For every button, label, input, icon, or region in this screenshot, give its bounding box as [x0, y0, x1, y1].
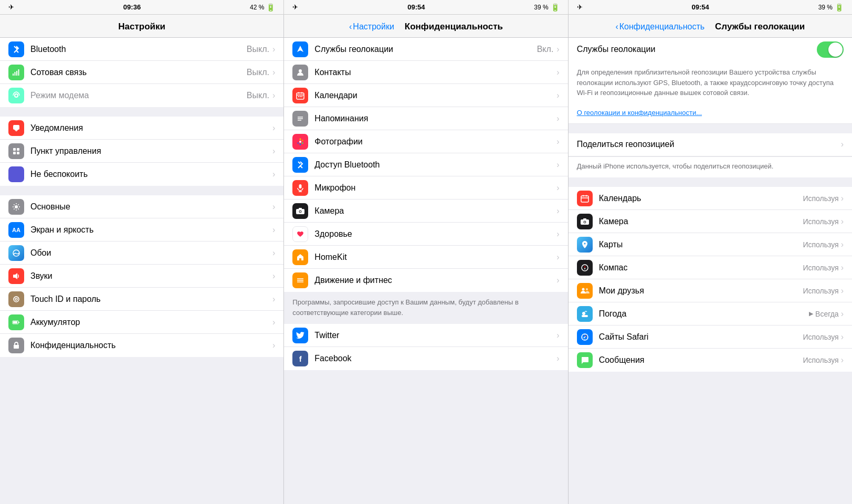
general-arrow: ›	[272, 202, 275, 212]
notifications-icon	[8, 120, 24, 136]
compass-app-arrow: ›	[841, 263, 844, 272]
back-to-settings[interactable]: ‹ Настройки	[349, 22, 394, 32]
weather-app-arrow: ›	[841, 309, 844, 319]
modem-value: Выкл.	[247, 91, 269, 100]
wallpaper-arrow: ›	[272, 248, 275, 258]
battery-icon-3: 🔋	[835, 3, 844, 12]
section-system: Уведомления › Пункт управления ›	[0, 117, 283, 186]
svg-rect-5	[18, 69, 19, 76]
health-label: Здоровье	[314, 229, 556, 239]
row-messages-app[interactable]: Сообщения Используя ›	[569, 349, 852, 372]
row-motion[interactable]: Движение и фитнес ›	[284, 269, 567, 292]
row-donotdisturb[interactable]: Не беспокоить ›	[0, 163, 283, 186]
reminders-arrow: ›	[556, 114, 559, 123]
back-to-privacy[interactable]: ‹ Конфиденциальность	[615, 22, 704, 32]
svg-rect-3	[15, 72, 16, 76]
svg-point-48	[300, 211, 301, 212]
row-friends-app[interactable]: Мои друзья Используя ›	[569, 279, 852, 302]
location-info-link[interactable]: О геолокации и конфиденциальности...	[577, 109, 702, 117]
row-camera[interactable]: Камера ›	[284, 200, 567, 223]
calendar-app-label: Календарь	[599, 194, 803, 203]
row-twitter[interactable]: Twitter ›	[284, 324, 567, 347]
svg-rect-20	[13, 321, 17, 323]
safari-app-icon	[577, 329, 593, 345]
row-reminders[interactable]: Напоминания ›	[284, 107, 567, 130]
battery-1: 42 %	[250, 4, 264, 11]
row-touchid[interactable]: Touch ID и пароль ›	[0, 288, 283, 311]
display-label: Экран и яркость	[30, 225, 272, 235]
panel-location: ‹ Конфиденциальность Службы геолокации С…	[569, 15, 852, 504]
motion-label: Движение и фитнес	[314, 276, 556, 285]
row-general[interactable]: Основные ›	[0, 195, 283, 218]
row-microphone[interactable]: Микрофон ›	[284, 176, 567, 200]
svg-point-34	[299, 141, 301, 143]
photos-arrow: ›	[556, 137, 559, 146]
privacy-icon	[8, 338, 24, 353]
motion-icon	[292, 272, 308, 288]
facebook-label: Facebook	[314, 354, 556, 363]
row-calendar-app[interactable]: Календарь Используя ›	[569, 187, 852, 210]
time-1: 09:36	[123, 3, 141, 11]
sounds-arrow: ›	[272, 271, 275, 281]
battery-icon-2: 🔋	[551, 3, 560, 12]
section-apps: Twitter › f Facebook ›	[284, 324, 567, 370]
row-facebook[interactable]: f Facebook ›	[284, 347, 567, 370]
row-control-center[interactable]: Пункт управления ›	[0, 140, 283, 163]
row-maps-app[interactable]: Карты Используя ›	[569, 233, 852, 256]
svg-point-64	[582, 312, 585, 315]
general-label: Основные	[30, 202, 272, 212]
svg-rect-26	[298, 92, 299, 93]
row-wallpaper[interactable]: Обои ›	[0, 242, 283, 265]
touchid-arrow: ›	[272, 295, 275, 304]
row-notifications[interactable]: Уведомления ›	[0, 117, 283, 140]
row-camera-app[interactable]: Камера Используя ›	[569, 210, 852, 233]
section-connectivity: Bluetooth Выкл. › Сотовая связь Вы	[0, 38, 283, 107]
airplane-icon-1: ✈	[8, 3, 14, 11]
dnd-label: Не беспокоить	[30, 170, 272, 179]
svg-point-68	[583, 337, 584, 338]
safari-app-status: Используя	[803, 333, 838, 341]
row-compass-app[interactable]: Компас Используя ›	[569, 256, 852, 279]
row-safari-app[interactable]: Сайты Safari Используя ›	[569, 326, 852, 349]
row-privacy[interactable]: Конфиденциальность ›	[0, 334, 283, 357]
location-toggle-switch[interactable]	[817, 41, 844, 58]
row-photos[interactable]: Фотографии ›	[284, 130, 567, 153]
back-label: Настройки	[353, 22, 394, 32]
row-location-services[interactable]: Службы геолокации Вкл. ›	[284, 38, 567, 61]
touchid-icon	[8, 291, 24, 307]
messages-app-status: Используя	[803, 356, 838, 364]
camera-privacy-label: Камера	[314, 206, 556, 216]
display-arrow: ›	[272, 225, 275, 235]
compass-app-icon	[577, 260, 593, 276]
camera-app-label: Камера	[599, 217, 803, 226]
panel-3-nav: ‹ Конфиденциальность Службы геолокации	[577, 22, 844, 32]
svg-rect-29	[300, 96, 301, 97]
messages-app-icon	[577, 352, 593, 368]
share-location-row[interactable]: Поделиться геопозицией ›	[569, 133, 852, 156]
privacy-footer: Программы, запросившие доступ к Вашим да…	[284, 292, 567, 324]
location-info-text: Для определения приблизительной геопозиц…	[577, 67, 844, 98]
svg-rect-55	[583, 195, 584, 196]
row-display[interactable]: AA Экран и яркость ›	[0, 218, 283, 242]
row-contacts[interactable]: Контакты ›	[284, 61, 567, 84]
svg-rect-9	[16, 130, 17, 131]
maps-app-icon	[577, 237, 593, 253]
row-battery[interactable]: Аккумулятор ›	[0, 311, 283, 334]
row-weather-app[interactable]: Погода ▶ Всегда ›	[569, 302, 852, 326]
svg-rect-56	[586, 195, 587, 196]
row-cellular[interactable]: Сотовая связь Выкл. ›	[0, 61, 283, 84]
cellular-icon	[8, 65, 24, 80]
contacts-arrow: ›	[556, 68, 559, 77]
row-sounds[interactable]: Звуки ›	[0, 265, 283, 288]
row-bluetooth[interactable]: Bluetooth Выкл. ›	[0, 38, 283, 61]
privacy-arrow: ›	[272, 341, 275, 350]
row-modem[interactable]: Режим модема Выкл. ›	[0, 84, 283, 107]
row-bluetooth-access[interactable]: Доступ Bluetooth ›	[284, 153, 567, 176]
row-location-toggle[interactable]: Службы геолокации	[569, 38, 852, 61]
modem-icon	[8, 88, 24, 103]
row-health[interactable]: Здоровье ›	[284, 223, 567, 246]
row-calendars[interactable]: Календари ›	[284, 84, 567, 107]
settings-list-1: Bluetooth Выкл. › Сотовая связь Вы	[0, 38, 283, 504]
bluetooth-access-icon	[292, 157, 308, 173]
row-homekit[interactable]: HomeKit ›	[284, 246, 567, 269]
